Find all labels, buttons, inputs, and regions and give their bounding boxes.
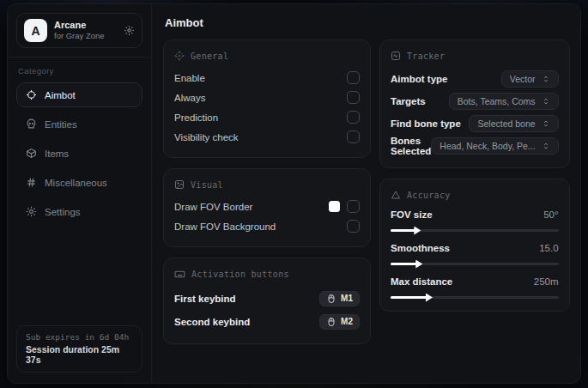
setting-row-enable: Enable <box>174 68 360 88</box>
smoothness-slider[interactable] <box>391 263 559 265</box>
app-header-card: A Arcane for Gray Zone <box>16 13 142 48</box>
visibility-check-checkbox[interactable] <box>347 130 360 143</box>
subscription-info: Sub expires in 6d 04h Session duration 2… <box>16 325 142 373</box>
divider <box>8 57 151 58</box>
app-logo: A <box>24 19 47 42</box>
unfold-icon <box>542 142 550 150</box>
gear-icon[interactable] <box>124 25 135 36</box>
sidebar: A Arcane for Gray Zone Category Aimbot E… <box>8 4 152 383</box>
setting-label: First keybind <box>174 294 236 304</box>
setting-row-visibility-check: Visibility check <box>174 127 360 147</box>
slider-label: FOV size <box>391 209 433 220</box>
setting-label: Bones Selected <box>391 136 431 156</box>
unfold-icon <box>542 97 550 106</box>
setting-row-prediction: Prediction <box>174 107 360 127</box>
gear-icon <box>25 206 37 217</box>
panel-title: Activation buttons <box>191 270 289 279</box>
package-icon <box>25 148 37 159</box>
always-checkbox[interactable] <box>347 91 360 104</box>
dropdown-value: Selected bone <box>477 118 535 129</box>
sidebar-item-label: Entities <box>45 119 77 130</box>
slider-value: 50° <box>543 209 558 220</box>
setting-row-find-bone-type: Find bone type Selected bone <box>391 112 559 135</box>
color-swatch[interactable] <box>329 201 340 212</box>
setting-row-draw-fov-border: Draw FOV Border <box>174 197 360 216</box>
setting-row-targets: Targets Bots, Teams, Coms <box>391 90 559 112</box>
keybind-value: M2 <box>341 317 353 326</box>
second-keybind-button[interactable]: M2 <box>319 314 360 330</box>
aimbot-type-dropdown[interactable]: Vector <box>501 70 559 88</box>
slider-value: 250m <box>534 276 559 287</box>
sidebar-item-label: Settings <box>45 207 81 217</box>
prediction-checkbox[interactable] <box>347 111 360 124</box>
setting-row-draw-fov-background: Draw FOV Background <box>174 216 360 236</box>
max-distance-slider[interactable] <box>391 296 559 299</box>
setting-label: Prediction <box>174 112 218 123</box>
dropdown-value: Head, Neck, Body, Pe... <box>439 141 535 151</box>
crosshair-icon <box>25 89 37 100</box>
sidebar-item-aimbot[interactable]: Aimbot <box>16 82 142 107</box>
targets-dropdown[interactable]: Bots, Teams, Coms <box>449 93 559 110</box>
find-bone-type-dropdown[interactable]: Selected bone <box>469 115 558 132</box>
slider-handle[interactable] <box>426 294 433 302</box>
slider-fill <box>391 296 427 299</box>
dropdown-value: Bots, Teams, Coms <box>458 96 536 106</box>
sidebar-item-label: Aimbot <box>45 90 76 100</box>
hash-icon <box>25 177 37 188</box>
mouse-icon <box>326 294 336 304</box>
unfold-icon <box>542 75 550 83</box>
sidebar-item-miscellaneous[interactable]: Miscellaneous <box>16 170 142 195</box>
setting-row-always: Always <box>174 88 360 107</box>
draw-fov-border-checkbox[interactable] <box>347 200 360 213</box>
keybind-value: M1 <box>341 294 353 303</box>
bones-selected-dropdown[interactable]: Head, Neck, Body, Pe... <box>431 137 558 155</box>
fov-size-slider[interactable] <box>391 229 559 232</box>
activation-buttons-panel: Activation buttons First keybind M1 Seco… <box>163 258 371 344</box>
accuracy-panel: Accuracy FOV size 50° <box>379 179 570 312</box>
visual-panel: Visual Draw FOV Border Draw FOV Backgrou… <box>163 168 371 247</box>
page-title: Aimbot <box>165 16 570 29</box>
unfold-icon <box>542 119 550 128</box>
setting-row-aimbot-type: Aimbot type Vector <box>391 68 559 90</box>
sidebar-item-entities[interactable]: Entities <box>16 112 142 136</box>
session-duration-text: Session duration 25m 37s <box>26 344 133 365</box>
first-keybind-button[interactable]: M1 <box>319 291 360 306</box>
sidebar-item-label: Items <box>45 149 69 159</box>
setting-row-first-keybind: First keybind M1 <box>174 287 360 310</box>
slider-label: Smoothness <box>391 243 450 253</box>
slider-label: Max distance <box>391 276 452 287</box>
setting-label: Draw FOV Border <box>174 202 252 212</box>
slider-smoothness: Smoothness 15.0 <box>391 240 559 265</box>
image-icon <box>174 179 185 190</box>
sidebar-item-items[interactable]: Items <box>16 141 142 166</box>
activity-icon <box>391 51 401 61</box>
keyboard-icon <box>174 269 185 280</box>
setting-label: Aimbot type <box>391 74 447 84</box>
app-window: A Arcane for Gray Zone Category Aimbot E… <box>7 3 581 384</box>
app-subtitle: for Gray Zone <box>54 31 117 41</box>
triangle-icon <box>391 190 401 200</box>
skull-icon <box>25 118 37 130</box>
setting-label: Targets <box>391 96 426 106</box>
setting-label: Second keybind <box>174 317 250 327</box>
draw-fov-background-checkbox[interactable] <box>347 220 360 233</box>
panel-title: Tracker <box>407 52 445 61</box>
setting-label: Draw FOV Background <box>174 221 276 232</box>
setting-label: Always <box>174 93 205 103</box>
slider-handle[interactable] <box>414 227 421 235</box>
tracker-panel: Tracker Aimbot type Vector Targets <box>379 39 570 168</box>
main-content: Aimbot General Enable Alway <box>152 4 581 383</box>
setting-label: Enable <box>174 73 205 83</box>
setting-label: Visibility check <box>174 132 239 142</box>
enable-checkbox[interactable] <box>347 71 360 84</box>
slider-fill <box>391 229 415 232</box>
panel-title: General <box>191 52 228 61</box>
slider-value: 15.0 <box>539 243 558 253</box>
app-title: Arcane <box>54 20 117 32</box>
panel-title: Accuracy <box>407 191 451 200</box>
sub-expires-text: Sub expires in 6d 04h <box>26 332 133 342</box>
panel-title: Visual <box>191 180 223 190</box>
slider-handle[interactable] <box>415 260 422 269</box>
sidebar-item-label: Miscellaneous <box>45 178 107 188</box>
sidebar-item-settings[interactable]: Settings <box>16 199 142 224</box>
